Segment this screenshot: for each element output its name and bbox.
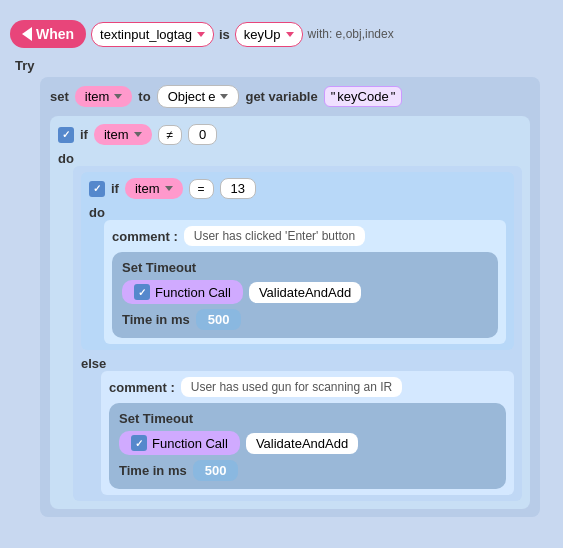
do-kw-inner: do: [89, 205, 105, 220]
function-call-2-label: Function Call: [152, 436, 228, 451]
object-pill[interactable]: Object e: [157, 85, 240, 108]
try-block: Try set item to Object e get variable ": [10, 58, 550, 517]
else-label: else: [81, 353, 106, 374]
value-0: 0: [199, 127, 206, 142]
neq-pill[interactable]: ≠: [158, 125, 183, 145]
function-call-2-row: ✓ Function Call ValidateAndAdd: [119, 431, 496, 455]
value-0-pill[interactable]: 0: [188, 124, 217, 145]
time-2-row: Time in ms 500: [119, 460, 496, 481]
function-name-1[interactable]: ValidateAndAdd: [249, 282, 361, 303]
set-timeout-2-label: Set Timeout: [119, 411, 496, 426]
chevron-down-icon: [286, 32, 294, 37]
when-label: When: [36, 26, 74, 42]
set-kw: set: [50, 89, 69, 104]
if-kw-outer: if: [80, 127, 88, 142]
object-label: Object: [168, 89, 206, 104]
inner-do-block: ✓ if item = 13: [73, 166, 522, 501]
event-dropdown[interactable]: keyUp: [235, 22, 303, 47]
item-label: item: [104, 127, 129, 142]
set-timeout-2-block: Set Timeout ✓ Function Call ValidateAndA…: [109, 403, 506, 489]
quote-left: ": [331, 89, 336, 104]
trigger-name: textinput_logtag: [100, 27, 192, 42]
e-label: e: [208, 89, 215, 104]
item-pill-set[interactable]: item: [75, 86, 133, 107]
outer-if-row: ✓ if item ≠ 0: [58, 124, 522, 145]
time-1-row: Time in ms 500: [122, 309, 488, 330]
when-trigger-block[interactable]: When: [10, 20, 86, 48]
check-icon: ✓: [131, 435, 147, 451]
chevron-down-icon: [220, 94, 228, 99]
time-1-value[interactable]: 500: [196, 309, 242, 330]
trigger-dropdown[interactable]: textinput_logtag: [91, 22, 214, 47]
function-name-2[interactable]: ValidateAndAdd: [246, 433, 358, 454]
value-13-pill[interactable]: 13: [220, 178, 256, 199]
check-icon: ✓: [134, 284, 150, 300]
function-call-1-row: ✓ Function Call ValidateAndAdd: [122, 280, 488, 304]
inner-if-row: ✓ if item = 13: [89, 178, 506, 199]
item-pill-outer-if[interactable]: item: [94, 124, 152, 145]
time-2-value[interactable]: 500: [193, 460, 239, 481]
is-label: is: [219, 27, 230, 42]
time-2-label: Time in ms: [119, 463, 187, 478]
item-pill-inner-if[interactable]: item: [125, 178, 183, 199]
inner-do-body: comment : User has clicked 'Enter' butto…: [104, 220, 506, 344]
chevron-down-icon: [165, 186, 173, 191]
check-icon: ✓: [58, 127, 74, 143]
canvas: When textinput_logtag is keyUp with: e,o…: [0, 0, 563, 548]
set-row: set item to Object e get variable " keyC…: [50, 85, 530, 108]
value-13: 13: [231, 181, 245, 196]
eq-pill[interactable]: =: [189, 179, 214, 199]
quote-right: ": [391, 89, 396, 104]
with-params: with: e,obj,index: [308, 27, 394, 41]
set-timeout-1-block: Set Timeout ✓ Function Call ValidateAndA…: [112, 252, 498, 338]
chevron-down-icon: [114, 94, 122, 99]
if-kw-inner: if: [111, 181, 119, 196]
outer-if-block: ✓ if item ≠ 0 do: [50, 116, 530, 509]
comment-enter-text: User has clicked 'Enter' button: [184, 226, 365, 246]
comment-kw-ir: comment :: [109, 380, 175, 395]
trigger-diamond-icon: [22, 27, 32, 41]
comment-ir-row: comment : User has used gun for scanning…: [109, 377, 506, 397]
chevron-down-icon: [197, 32, 205, 37]
neq-symbol: ≠: [167, 128, 174, 142]
do-kw: do: [58, 151, 74, 166]
check-icon: ✓: [89, 181, 105, 197]
function-call-1-label: Function Call: [155, 285, 231, 300]
item-label: item: [135, 181, 160, 196]
to-kw: to: [138, 89, 150, 104]
function-call-1-pill[interactable]: ✓ Function Call: [122, 280, 243, 304]
eq-symbol: =: [198, 182, 205, 196]
item-label: item: [85, 89, 110, 104]
try-label: Try: [10, 58, 550, 73]
time-1-label: Time in ms: [122, 312, 190, 327]
comment-kw: comment :: [112, 229, 178, 244]
when-row: When textinput_logtag is keyUp with: e,o…: [10, 20, 394, 48]
comment-ir-text: User has used gun for scanning an IR: [181, 377, 402, 397]
comment-enter-row: comment : User has clicked 'Enter' butto…: [112, 226, 498, 246]
keycode-pill[interactable]: " keyCode ": [324, 86, 403, 107]
keycode-label: keyCode: [337, 89, 388, 104]
function-call-2-pill[interactable]: ✓ Function Call: [119, 431, 240, 455]
inner-if-block: ✓ if item = 13: [81, 172, 514, 350]
set-timeout-1-label: Set Timeout: [122, 260, 488, 275]
event-name: keyUp: [244, 27, 281, 42]
try-body: set item to Object e get variable " keyC…: [40, 77, 540, 517]
else-block: else comment : User has used gun for sca…: [81, 356, 514, 495]
else-body: comment : User has used gun for scanning…: [101, 371, 514, 495]
get-variable-kw: get variable: [245, 89, 317, 104]
chevron-down-icon: [134, 132, 142, 137]
